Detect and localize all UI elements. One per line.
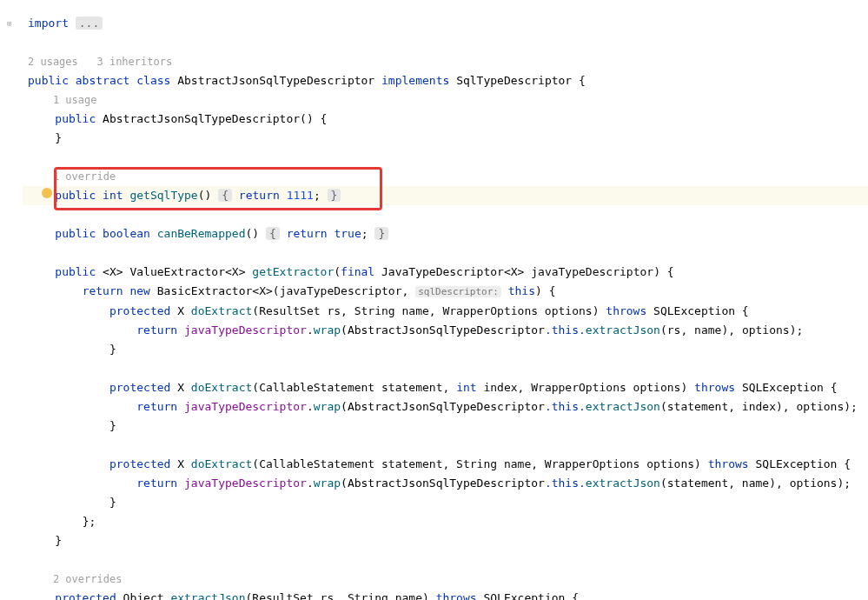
code-line[interactable]: return javaTypeDescriptor.wrap(AbstractJ…: [23, 397, 868, 417]
code-line[interactable]: public boolean canBeRemapped() { return …: [23, 224, 868, 243]
code-line[interactable]: }: [23, 531, 868, 550]
code-line[interactable]: protected X doExtract(CallableStatement …: [23, 378, 868, 397]
blank-line[interactable]: [23, 243, 868, 263]
code-line[interactable]: protected Object extractJson(ResultSet r…: [23, 589, 868, 600]
code-line[interactable]: return new BasicExtractor<X>(javaTypeDes…: [23, 282, 868, 302]
blank-line[interactable]: [23, 148, 868, 167]
code-line[interactable]: public <X> ValueExtractor<X> getExtracto…: [23, 263, 868, 282]
code-line[interactable]: return javaTypeDescriptor.wrap(AbstractJ…: [23, 474, 868, 493]
code-line[interactable]: }: [23, 493, 868, 512]
blank-line[interactable]: [23, 205, 868, 224]
folded-region[interactable]: ...: [76, 17, 103, 30]
code-line[interactable]: protected X doExtract(CallableStatement …: [23, 455, 868, 474]
code-line[interactable]: };: [23, 512, 868, 531]
code-line[interactable]: protected X doExtract(ResultSet rs, Stri…: [23, 302, 868, 321]
code-line[interactable]: public AbstractJsonSqlTypeDescriptor() {: [23, 110, 868, 129]
code-line[interactable]: return javaTypeDescriptor.wrap(AbstractJ…: [23, 321, 868, 340]
usage-hint[interactable]: 2 usages 3 inheritors: [23, 52, 868, 71]
blank-line[interactable]: [23, 359, 868, 378]
code-editor[interactable]: ⊞import ... 2 usages 3 inheritors public…: [0, 0, 868, 600]
code-line[interactable]: public abstract class AbstractJsonSqlTyp…: [23, 71, 868, 90]
override-hint[interactable]: 2 overrides: [23, 570, 868, 589]
warning-icon[interactable]: [42, 188, 52, 198]
inlay-hint: sqlDescriptor:: [415, 286, 501, 297]
code-line[interactable]: }: [23, 340, 868, 359]
fold-expand-icon[interactable]: ⊞: [7, 14, 17, 33]
blank-line[interactable]: [23, 436, 868, 455]
blank-line[interactable]: [23, 33, 868, 52]
code-line[interactable]: ⊞import ...: [23, 14, 868, 33]
code-line[interactable]: }: [23, 417, 868, 436]
code-line-highlighted[interactable]: public int getSqlType() { return 1111; }: [23, 186, 868, 205]
usage-hint[interactable]: 1 usage: [23, 90, 868, 110]
override-hint[interactable]: 1 override: [23, 167, 868, 186]
code-area[interactable]: ⊞import ... 2 usages 3 inheritors public…: [21, 0, 868, 600]
gutter: [0, 0, 21, 600]
code-line[interactable]: }: [23, 129, 868, 148]
blank-line[interactable]: [23, 550, 868, 570]
